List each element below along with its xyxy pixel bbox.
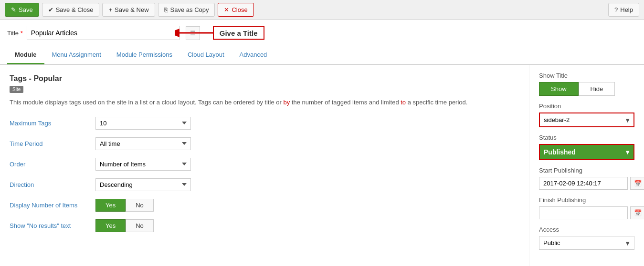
max-tags-select[interactable]: 10 5 15 20 All <box>95 117 191 130</box>
title-toggle-button[interactable]: ☰ <box>186 26 200 40</box>
module-description: This module displays tags used on the si… <box>10 98 519 107</box>
start-publishing-input[interactable] <box>539 177 628 190</box>
tab-module-permissions[interactable]: Module Permissions <box>109 46 180 64</box>
order-label: Order <box>10 161 95 168</box>
toolbar: ✎ Save ✔ Save & Close + Save & New ⎘ Sav… <box>0 0 644 20</box>
calendar-icon-2: 📅 <box>634 209 642 216</box>
save-close-button[interactable]: ✔ Save & Close <box>42 3 100 17</box>
checkmark-icon: ✔ <box>48 6 53 13</box>
start-publishing-label: Start Publishing <box>539 167 634 174</box>
title-input-wrapper: Give a Title <box>27 26 179 40</box>
help-button[interactable]: ? Help <box>608 3 639 17</box>
plus-icon: + <box>108 6 112 13</box>
status-select[interactable]: Published Unpublished Trashed <box>539 144 634 160</box>
site-badge: Site <box>10 86 23 93</box>
show-title-show-btn[interactable]: Show <box>539 82 579 96</box>
tab-advanced[interactable]: Advanced <box>232 46 275 64</box>
status-label: Status <box>539 134 634 141</box>
time-period-row: Time Period All time Last day Last week … <box>10 137 519 150</box>
status-select-wrap: Published Unpublished Trashed ▼ <box>539 144 634 160</box>
show-no-results-toggle: Yes No <box>95 219 154 232</box>
save-copy-button[interactable]: ⎘ Save as Copy <box>158 3 215 17</box>
sidebar-panel: Show Title Show Hide Position sidebar-2 … <box>529 65 644 266</box>
tab-module[interactable]: Module <box>7 46 44 64</box>
show-no-results-row: Show "No results" text Yes No <box>10 219 519 232</box>
finish-publishing-row: 📅 <box>539 206 634 219</box>
time-period-label: Time Period <box>10 140 95 147</box>
display-number-toggle: Yes No <box>95 199 154 212</box>
access-select-wrap: Public Registered Special Super Users ▼ <box>539 236 634 250</box>
help-icon: ? <box>614 6 618 13</box>
save-button[interactable]: ✎ Save <box>5 3 39 17</box>
finish-publishing-calendar[interactable]: 📅 <box>630 206 644 219</box>
show-no-results-label: Show "No results" text <box>10 222 95 229</box>
show-hide-toggle: Show Hide <box>539 82 634 96</box>
module-title: Tags - Popular <box>10 74 519 83</box>
title-section: Title * Give a Title ☰ <box>0 20 644 46</box>
tabs-bar: Module Menu Assignment Module Permission… <box>0 46 644 65</box>
start-publishing-row: 📅 <box>539 177 634 190</box>
show-title-hide-btn[interactable]: Hide <box>579 82 615 96</box>
direction-row: Direction Descending Ascending <box>10 178 519 191</box>
max-tags-row: Maximum Tags 10 5 15 20 All <box>10 117 519 130</box>
max-tags-label: Maximum Tags <box>10 120 95 127</box>
show-title-label: Show Title <box>539 72 634 79</box>
calendar-icon: 📅 <box>634 180 642 187</box>
save-icon: ✎ <box>11 6 16 13</box>
copy-icon: ⎘ <box>164 6 168 13</box>
start-publishing-calendar[interactable]: 📅 <box>630 177 644 190</box>
close-button[interactable]: ✕ Close <box>218 3 253 17</box>
tab-cloud-layout[interactable]: Cloud Layout <box>180 46 232 64</box>
highlight-by: by <box>284 99 290 106</box>
position-select-wrap: sidebar-2 sidebar-1 top bottom ▼ <box>539 113 634 127</box>
position-select[interactable]: sidebar-2 sidebar-1 top bottom <box>539 113 634 127</box>
title-input[interactable] <box>27 26 179 40</box>
finish-publishing-input[interactable] <box>539 206 628 219</box>
show-no-results-yes[interactable]: Yes <box>95 219 126 232</box>
time-period-select[interactable]: All time Last day Last week Last month L… <box>95 137 191 150</box>
finish-publishing-label: Finish Publishing <box>539 196 634 204</box>
order-select[interactable]: Number of Items Title Random <box>95 158 191 171</box>
callout-text: Give a Title <box>220 29 258 37</box>
display-number-yes[interactable]: Yes <box>95 199 126 212</box>
order-row: Order Number of Items Title Random <box>10 158 519 171</box>
save-new-button[interactable]: + Save & New <box>102 3 155 17</box>
position-label: Position <box>539 102 634 110</box>
direction-label: Direction <box>10 181 95 188</box>
x-icon: ✕ <box>224 6 229 13</box>
display-number-row: Display Number of Items Yes No <box>10 199 519 212</box>
display-number-no[interactable]: No <box>126 199 154 212</box>
highlight-to: to <box>401 99 406 106</box>
direction-select[interactable]: Descending Ascending <box>95 178 191 191</box>
module-content: Tags - Popular Site This module displays… <box>0 65 529 266</box>
title-label: Title * <box>7 30 23 37</box>
access-select[interactable]: Public Registered Special Super Users <box>539 236 634 250</box>
show-no-results-no[interactable]: No <box>126 219 154 232</box>
required-mark: * <box>21 30 23 37</box>
tab-menu-assignment[interactable]: Menu Assignment <box>44 46 109 64</box>
main-content: Tags - Popular Site This module displays… <box>0 65 644 266</box>
display-number-label: Display Number of Items <box>10 202 95 209</box>
access-label: Access <box>539 226 634 233</box>
